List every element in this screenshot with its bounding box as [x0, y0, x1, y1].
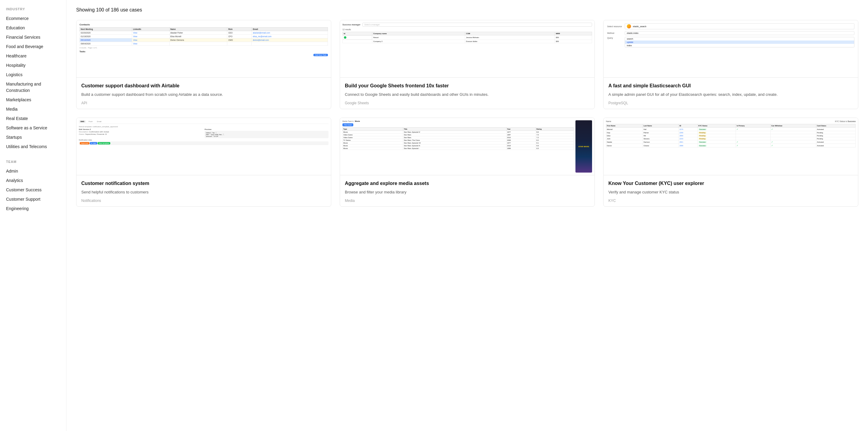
- card-title-sheets: Build your Google Sheets frontend 10x fa…: [345, 83, 590, 89]
- sidebar-item-hospitality[interactable]: Hospitality: [6, 61, 60, 70]
- card-thumb-sheets: Success manager Select a manager 12 resu…: [340, 20, 594, 78]
- card-media[interactable]: Media Type is Movie Title Detail Type Ti…: [340, 118, 595, 207]
- sidebar-item-customer-success[interactable]: Customer Success: [6, 185, 60, 195]
- media-poster: STAR WARS: [576, 120, 592, 173]
- card-body-airtable: Customer support dashboard with Airtable…: [76, 78, 331, 109]
- card-desc-kyc: Verify and manage customer KYC status: [609, 189, 853, 195]
- card-desc-media: Browse and filter your media library: [345, 189, 590, 195]
- card-elastic[interactable]: Select resource elastic_search Method el…: [603, 20, 858, 109]
- card-title-media: Aggregate and explore media assets: [345, 180, 590, 187]
- card-desc-sheets: Connect to Google Sheets and easily buil…: [345, 92, 590, 98]
- card-title-airtable: Customer support dashboard with Airtable: [81, 83, 326, 89]
- app-layout: INDUSTRY Ecommerce Education Financial S…: [0, 0, 868, 431]
- card-desc-notification: Send helpful notifications to customers: [81, 189, 326, 195]
- card-notification[interactable]: SMS Push Email Retool template: notifica…: [76, 118, 331, 207]
- sidebar-item-marketplaces[interactable]: Marketplaces: [6, 95, 60, 104]
- showing-label: Showing 100 of 186 use cases: [76, 7, 858, 13]
- card-thumb-elastic: Select resource elastic_search Method el…: [603, 20, 858, 78]
- card-thumb-notification: SMS Push Email Retool template: notifica…: [76, 118, 331, 175]
- sidebar-item-utilities[interactable]: Utilities and Telecoms: [6, 142, 60, 151]
- sidebar-item-media[interactable]: Media: [6, 104, 60, 114]
- card-desc-elastic: A simple admin panel GUI for all of your…: [609, 92, 853, 98]
- sidebar-item-manufacturing[interactable]: Manufacturing and Construction: [6, 80, 60, 95]
- card-tag-elastic: PostgreSQL: [609, 101, 853, 105]
- industry-section-label: INDUSTRY: [6, 7, 60, 11]
- card-body-sheets: Build your Google Sheets frontend 10x fa…: [340, 78, 594, 109]
- card-thumb-airtable: Contacts Next Meeting LinkedIn Name Role…: [76, 20, 331, 78]
- main-content: Showing 100 of 186 use cases Contacts Ne…: [66, 0, 868, 431]
- sidebar-item-analytics[interactable]: Analytics: [6, 176, 60, 185]
- industry-section: INDUSTRY Ecommerce Education Financial S…: [6, 7, 60, 151]
- card-body-notification: Customer notification system Send helpfu…: [76, 175, 331, 207]
- sidebar: INDUSTRY Ecommerce Education Financial S…: [0, 0, 66, 431]
- card-desc-airtable: Build a customer support dashboard from …: [81, 92, 326, 98]
- card-kyc[interactable]: Name KYC Status is Success First Name La…: [603, 118, 858, 207]
- card-tag-notification: Notifications: [81, 198, 326, 203]
- sidebar-item-startups[interactable]: Startups: [6, 133, 60, 142]
- card-body-elastic: A fast and simple Elasticsearch GUI A si…: [603, 78, 858, 109]
- card-airtable[interactable]: Contacts Next Meeting LinkedIn Name Role…: [76, 20, 331, 109]
- card-title-notification: Customer notification system: [81, 180, 326, 187]
- sidebar-item-education[interactable]: Education: [6, 23, 60, 33]
- sidebar-item-financial-services[interactable]: Financial Services: [6, 33, 60, 42]
- sidebar-item-food-beverage[interactable]: Food and Beverage: [6, 42, 60, 51]
- team-section-label: TEAM: [6, 160, 60, 163]
- card-tag-sheets: Google Sheets: [345, 101, 590, 105]
- card-sheets[interactable]: Success manager Select a manager 12 resu…: [340, 20, 595, 109]
- card-body-kyc: Know Your Customer (KYC) user explorer V…: [603, 175, 858, 207]
- card-thumb-media: Media Type is Movie Title Detail Type Ti…: [340, 118, 594, 175]
- team-section: TEAM Admin Analytics Customer Success Cu…: [6, 160, 60, 213]
- sidebar-item-real-estate[interactable]: Real Estate: [6, 114, 60, 123]
- sidebar-item-admin[interactable]: Admin: [6, 166, 60, 176]
- sidebar-item-logistics[interactable]: Logistics: [6, 70, 60, 80]
- sidebar-item-saas[interactable]: Software as a Service: [6, 123, 60, 133]
- card-thumb-kyc: Name KYC Status is Success First Name La…: [603, 118, 858, 175]
- card-tag-media: Media: [345, 198, 590, 203]
- cards-grid: Contacts Next Meeting LinkedIn Name Role…: [76, 20, 858, 207]
- sidebar-item-engineering[interactable]: Engineering: [6, 204, 60, 213]
- card-body-media: Aggregate and explore media assets Brows…: [340, 175, 594, 207]
- card-tag-kyc: KYC: [609, 198, 853, 203]
- card-tag-airtable: API: [81, 101, 326, 105]
- sidebar-item-healthcare[interactable]: Healthcare: [6, 51, 60, 61]
- sidebar-item-ecommerce[interactable]: Ecommerce: [6, 14, 60, 23]
- card-title-elastic: A fast and simple Elasticsearch GUI: [609, 83, 853, 89]
- sidebar-item-customer-support[interactable]: Customer Support: [6, 195, 60, 204]
- card-title-kyc: Know Your Customer (KYC) user explorer: [609, 180, 853, 187]
